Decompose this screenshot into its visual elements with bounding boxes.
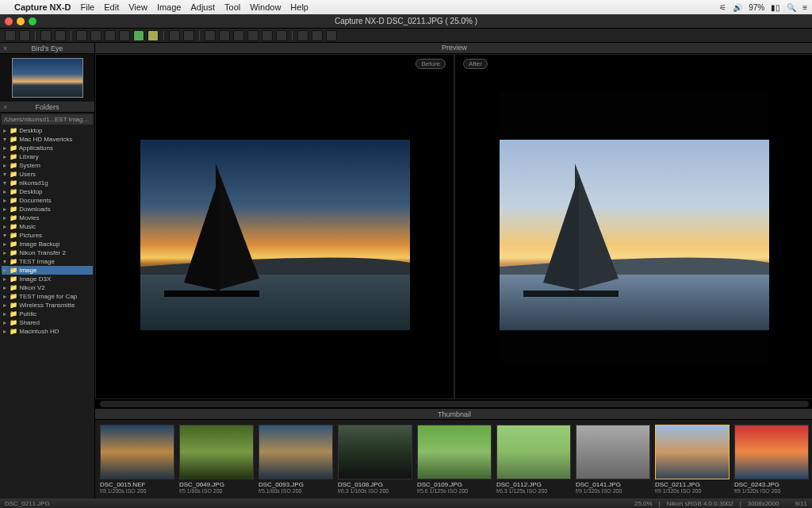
birdseye-panel-header: × Bird's Eye [0, 43, 94, 54]
tree-node[interactable]: ▸📁 Wireless Transmitte [2, 301, 93, 310]
tree-node[interactable]: ▸📁 Desktop [2, 126, 93, 135]
tree-node[interactable]: ▸📁 Desktop [2, 187, 93, 196]
after-image [500, 92, 769, 362]
zoom-tool-button[interactable] [219, 30, 230, 41]
thumbnail-title: Thumbnail [438, 410, 471, 418]
menu-adjust[interactable]: Adjust [190, 2, 215, 12]
window-title: Capture NX-D DSC_0211.JPG ( 25.0% ) [335, 17, 477, 25]
rating-button[interactable] [297, 30, 308, 41]
tree-node[interactable]: ▸📁 Music [2, 222, 93, 231]
minimize-window-button[interactable] [17, 17, 25, 25]
birdseye-close-icon[interactable]: × [3, 44, 7, 52]
menu-help[interactable]: Help [290, 2, 308, 12]
before-image [140, 92, 410, 362]
rotate-ccw-button[interactable] [169, 30, 180, 41]
compare-button[interactable] [133, 30, 144, 41]
tree-node[interactable]: ▾📁 nikonsd1g [2, 179, 93, 187]
layout-6-button[interactable] [147, 30, 159, 41]
spotlight-icon[interactable]: 🔍 [787, 3, 796, 12]
birdseye-view[interactable] [0, 54, 94, 102]
tree-node[interactable]: ▸📁 Macintosh HD [2, 327, 93, 336]
close-window-button[interactable] [5, 17, 13, 25]
tree-node[interactable]: ▸📁 Nikon V2 [2, 283, 93, 292]
filter-button[interactable] [326, 30, 337, 41]
current-path: /Users/nikonsd1...EST Image/Image [2, 114, 93, 125]
label-button[interactable] [312, 30, 323, 41]
layout-3-button[interactable] [105, 30, 116, 41]
zoom-window-button[interactable] [29, 17, 36, 25]
wifi-icon[interactable]: ⚟ [719, 3, 726, 12]
thumbnail-item[interactable]: DSC_0109.JPGf/5.6 1/125s ISO 200 [417, 425, 492, 494]
tree-node[interactable]: ▸📁 Shared [2, 318, 93, 327]
tree-node[interactable]: ▾📁 Mac HD Mavericks [2, 135, 93, 144]
status-zoom: 25.0% [634, 500, 653, 507]
rotate-cw-button[interactable] [183, 30, 194, 41]
menu-edit[interactable]: Edit [104, 2, 119, 12]
preview-title: Preview [442, 44, 467, 52]
svg-rect-1 [140, 140, 410, 330]
os-menubar: Capture NX-D File Edit View Image Adjust… [0, 0, 812, 14]
tree-node[interactable]: ▸📁 Applications [2, 144, 93, 152]
thumbnail-item[interactable]: DSC_0015.NEFf/8 1/200s ISO 200 [100, 425, 174, 494]
tree-node[interactable]: ▸📁 Downloads [2, 205, 93, 214]
tree-node[interactable]: ▸📁 Image D3X [2, 275, 93, 283]
wb-picker-button[interactable] [276, 30, 287, 41]
nav-fwd-button[interactable] [55, 30, 66, 41]
thumbnail-panel-header: Thumbnail [95, 409, 812, 420]
battery-icon[interactable]: ▮▯ [771, 3, 780, 12]
folder-tree[interactable]: /Users/nikonsd1...EST Image/Image ▸📁 Des… [0, 113, 94, 498]
thumbnail-item[interactable]: DSC_0243.JPGf/9 1/320s ISO 200 [734, 425, 809, 494]
thumbnail-item[interactable]: DSC_0049.JPGf/5 1/80s ISO 200 [179, 425, 254, 494]
layout-4-button[interactable] [119, 30, 130, 41]
preview-area[interactable]: Before After [95, 54, 812, 399]
layout-1-button[interactable] [76, 30, 87, 41]
menu-view[interactable]: View [128, 2, 147, 12]
preview-panel-header: Preview [95, 43, 812, 54]
status-dims: 3008x2000 [748, 500, 779, 507]
export-button[interactable] [19, 30, 30, 41]
tree-node[interactable]: ▸📁 Movies [2, 214, 93, 222]
menu-window[interactable]: Window [250, 2, 281, 12]
menu-image[interactable]: Image [157, 2, 182, 12]
tree-node[interactable]: ▸📁 Public [2, 310, 93, 318]
notif-icon[interactable]: ≡ [802, 3, 807, 12]
svg-rect-9 [523, 291, 619, 297]
pan-tool-button[interactable] [205, 30, 216, 41]
battery-pct: 97% [749, 3, 764, 12]
app-name-menu[interactable]: Capture NX-D [14, 2, 71, 12]
crop-tool-button[interactable] [233, 30, 244, 41]
status-index: 9/11 [795, 500, 807, 507]
sample-tool-button[interactable] [262, 30, 273, 41]
tree-node[interactable]: ▾📁 Pictures [2, 231, 93, 240]
thumbnail-item[interactable]: DSC_0211.JPGf/9 1/320s ISO 200 [655, 425, 730, 494]
before-badge: Before [416, 59, 446, 69]
tree-node[interactable]: ▾📁 Users [2, 170, 93, 179]
menu-file[interactable]: File [81, 2, 95, 12]
thumbnail-strip[interactable]: DSC_0015.NEFf/8 1/200s ISO 200DSC_0049.J… [95, 420, 812, 498]
svg-rect-4 [164, 291, 259, 297]
folders-title: Folders [35, 103, 59, 111]
tree-node[interactable]: ▸📁 System [2, 161, 93, 170]
preview-scrollbar[interactable] [100, 401, 809, 407]
print-button[interactable] [5, 30, 16, 41]
app-toolbar [0, 29, 812, 43]
tree-node[interactable]: ▸📁 Image Backup [2, 240, 93, 248]
thumbnail-item[interactable]: DSC_0108.JPGf/6.3 1/160s ISO 200 [338, 425, 412, 494]
tree-node[interactable]: ▸📁 Image [2, 266, 93, 275]
thumbnail-item[interactable]: DSC_0112.JPGf/6.3 1/125s ISO 200 [496, 425, 571, 494]
thumbnail-item[interactable]: DSC_0141.JPGf/9 1/320s ISO 200 [576, 425, 650, 494]
straighten-tool-button[interactable] [247, 30, 259, 41]
status-profile: Nikon sRGB 4.0.0.3002 [667, 500, 733, 507]
tree-node[interactable]: ▾📁 TEST Image [2, 257, 93, 266]
tree-node[interactable]: ▸📁 Library [2, 152, 93, 161]
folders-close-icon[interactable]: × [3, 103, 7, 111]
thumbnail-item[interactable]: DSC_0093.JPGf/5.1/80s ISO 200 [259, 425, 333, 494]
birdseye-title: Bird's Eye [31, 44, 63, 52]
tree-node[interactable]: ▸📁 TEST Image for Cap [2, 292, 93, 301]
layout-2-button[interactable] [90, 30, 102, 41]
volume-icon[interactable]: 🔊 [733, 3, 742, 12]
menu-tool[interactable]: Tool [224, 2, 240, 12]
tree-node[interactable]: ▸📁 Nikon Transfer 2 [2, 248, 93, 257]
tree-node[interactable]: ▸📁 Documents [2, 196, 93, 205]
nav-back-button[interactable] [40, 30, 52, 41]
